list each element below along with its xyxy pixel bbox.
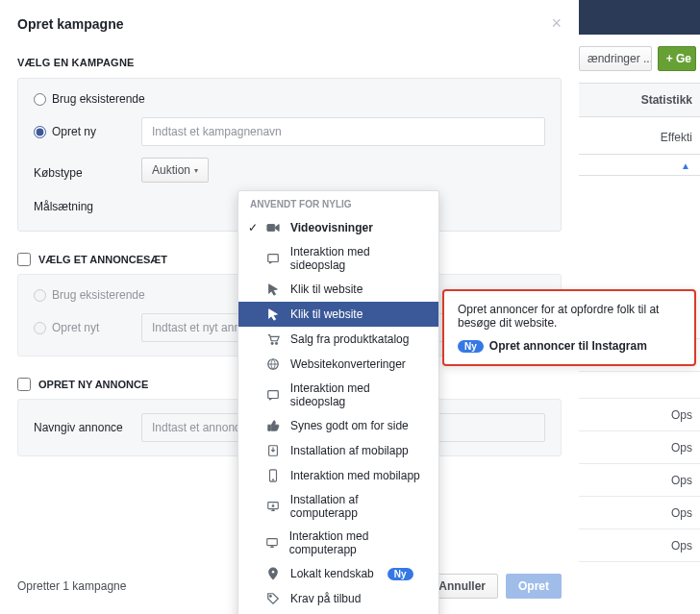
dropdown-item-videovisninger[interactable]: ✓Videovisninger [238, 215, 438, 240]
radio-adset-new: Opret nyt [34, 321, 130, 334]
review-changes-button[interactable]: ændringer ... [579, 46, 652, 71]
column-header-effekt[interactable]: Effekti [575, 117, 700, 155]
cursor-icon [265, 307, 281, 322]
objective-dropdown[interactable]: ANVENDT FOR NYLIG ✓VideovisningerInterak… [238, 190, 439, 614]
desktop-icon [265, 535, 280, 551]
radio-adset-new-input [34, 322, 46, 334]
submit-button[interactable]: Opret [506, 574, 562, 599]
radio-label: Brug eksisterende [52, 92, 145, 106]
table-cell: Ops [575, 529, 700, 562]
table-cell: Ops [575, 464, 700, 497]
check-icon: ✓ [248, 221, 258, 234]
video-icon [265, 220, 281, 235]
svg-point-8 [272, 479, 273, 480]
globe-icon [265, 356, 281, 372]
buy-type-value: Auktion [152, 163, 190, 177]
radio-adset-existing-input [34, 289, 46, 302]
svg-point-12 [269, 595, 271, 597]
like-icon [265, 418, 281, 433]
dropdown-item-label: Interaktion med sideopslag [290, 245, 427, 272]
dropdown-item-label: Installation af computerapp [290, 493, 427, 520]
svg-rect-10 [267, 539, 278, 546]
toolbar: ændringer ... + Ge [575, 35, 700, 83]
mobile-icon [265, 468, 281, 483]
dropdown-item-label: Websitekonverteringer [290, 357, 406, 371]
table-cell: Ops [575, 431, 700, 464]
dropdown-item-label: Installation af mobilapp [290, 444, 409, 457]
dropdown-item-label: Krav på tilbud [290, 592, 361, 605]
section-choose-campaign: VÆLG EN KAMPAGNE [17, 57, 562, 68]
dropdown-item-label: Interaktion med mobilapp [290, 469, 420, 482]
dropdown-item-label: Interaktion med computerapp [289, 529, 427, 556]
cursor-icon [265, 282, 281, 297]
adset-section-label: VÆLG ET ANNONCESÆT [38, 254, 167, 265]
objective-tooltip: Opret annoncer for at opfordre folk til … [442, 289, 696, 366]
footer-status: Opretter 1 kampagne [17, 579, 126, 593]
radio-input-existing[interactable] [34, 93, 46, 106]
sort-indicator[interactable]: ▲ [575, 155, 700, 176]
modal-title: Opret kampagne [17, 16, 123, 32]
dropdown-item-label: Interaktion med sideopslag [290, 381, 427, 408]
dropdown-item-klik-website-2[interactable]: Klik til website [238, 302, 438, 327]
svg-rect-1 [268, 255, 279, 262]
new-badge: Ny [458, 340, 484, 353]
radio-input-new[interactable] [34, 126, 46, 138]
radio-label: Opret nyt [52, 321, 99, 334]
dropdown-item-krav-tilbud[interactable]: Krav på tilbud [238, 586, 438, 611]
buy-type-label: Købstype [34, 160, 130, 180]
dropdown-recent-header: ANVENDT FOR NYLIG [238, 191, 438, 215]
dropdown-item-websitekonverteringer[interactable]: Websitekonverteringer [238, 352, 438, 377]
buy-type-select[interactable]: Auktion ▾ [141, 158, 209, 183]
dropdown-item-interaktion-mobilapp[interactable]: Interaktion med mobilapp [238, 463, 438, 488]
sort-asc-icon: ▲ [681, 160, 690, 171]
dropdown-item-lokalt-kendskab[interactable]: Lokalt kendskabNy [238, 561, 438, 586]
dropdown-item-installation-computerapp[interactable]: Installation af computerapp [238, 488, 438, 525]
post-icon [265, 251, 281, 266]
dropdown-item-label: Klik til website [290, 307, 362, 321]
table-cell: Ops [575, 399, 700, 431]
ad-name-label: Navngiv annonce [34, 421, 130, 434]
post-icon [265, 387, 281, 403]
svg-point-2 [271, 342, 273, 344]
pin-icon [265, 566, 281, 581]
radio-use-existing[interactable]: Brug eksisterende [34, 92, 545, 106]
tooltip-link[interactable]: Opret annoncer til Instagram [489, 339, 647, 353]
radio-label: Brug eksisterende [52, 288, 145, 302]
objective-label: Målsætning [34, 194, 130, 213]
desktop-download-icon [265, 499, 281, 514]
dropdown-item-label: Synes godt om for side [290, 419, 409, 432]
campaign-name-input[interactable] [141, 117, 545, 146]
modal-header: Opret kampagne × [0, 0, 579, 43]
svg-point-11 [271, 571, 275, 575]
caret-down-icon: ▾ [194, 166, 198, 175]
dropdown-item-label: Salg fra produktkatalog [290, 332, 409, 346]
svg-rect-0 [267, 225, 275, 232]
adset-checkbox[interactable] [17, 253, 31, 266]
dropdown-item-synes-godt-om[interactable]: Synes godt om for side [238, 413, 438, 438]
save-publish-button[interactable]: + Ge [658, 46, 696, 71]
new-badge: Ny [388, 568, 413, 580]
download-icon [265, 443, 281, 458]
dropdown-item-label: Videovisninger [290, 221, 373, 234]
dropdown-item-label: Klik til website [290, 282, 362, 296]
dropdown-item-interaktion-sideopslag[interactable]: Interaktion med sideopslag [238, 240, 438, 277]
table-cell: Ops [575, 497, 700, 529]
ad-checkbox[interactable] [17, 378, 31, 391]
radio-label: Opret ny [52, 125, 96, 138]
stats-header: Statistikk [575, 83, 700, 117]
tooltip-text: Opret annoncer for at opfordre folk til … [458, 303, 681, 330]
dropdown-item-installation-mobilapp[interactable]: Installation af mobilapp [238, 438, 438, 463]
ad-section-label: OPRET NY ANNONCE [38, 379, 148, 390]
table-cell [575, 372, 700, 399]
cart-icon [265, 332, 281, 347]
dropdown-item-interaktion-sideopslag-2[interactable]: Interaktion med sideopslag [238, 377, 438, 413]
close-icon[interactable]: × [551, 13, 562, 34]
radio-create-new[interactable]: Opret ny [34, 125, 130, 138]
dropdown-item-salg-produktkatalog[interactable]: Salg fra produktkatalog [238, 327, 438, 352]
app-topbar [575, 0, 700, 35]
dropdown-item-label: Lokalt kendskab [290, 567, 374, 580]
dropdown-item-klik-website[interactable]: Klik til website [238, 277, 438, 302]
svg-rect-5 [268, 391, 279, 399]
dropdown-item-interaktion-computerapp[interactable]: Interaktion med computerapp [238, 525, 438, 561]
tag-icon [265, 591, 281, 606]
